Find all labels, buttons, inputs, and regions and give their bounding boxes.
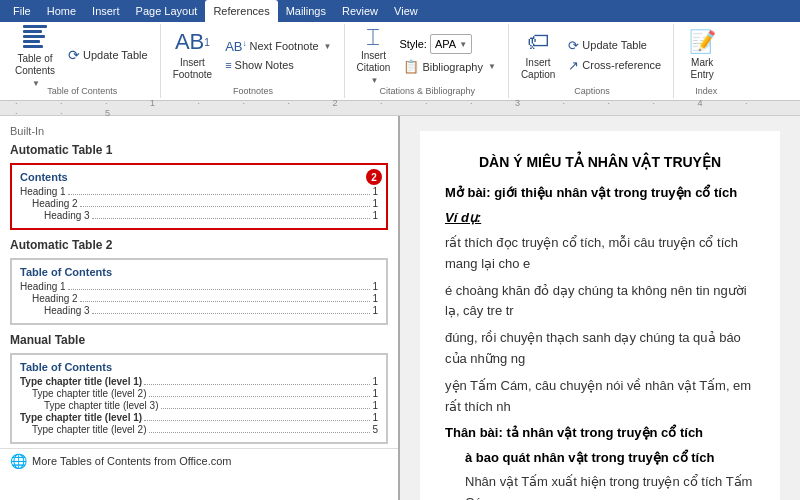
doc-section-5: yện Tấm Cám, câu chuyện nói về nhân vật …: [445, 376, 755, 418]
cross-ref-icon: ↗: [568, 58, 579, 73]
footnotes-btns-col: AB↓ Next Footnote ▼ ≡ Show Notes: [221, 26, 335, 84]
tab-review[interactable]: Review: [334, 0, 386, 22]
auto1-line-2: Heading 2 1: [20, 198, 378, 209]
selection-badge: 2: [366, 169, 382, 185]
insert-caption-icon: 🏷: [524, 29, 552, 55]
style-selector[interactable]: APA ▼: [430, 34, 472, 54]
auto1-line-3-num: 1: [372, 210, 378, 221]
doc-content: DÀN Ý MIÊU TẢ NHÂN VẬT TRUYỆN Mở bài: gi…: [420, 131, 780, 500]
mark-entry-label: Mark Entry: [691, 57, 714, 81]
auto1-line-3: Heading 3 1: [20, 210, 378, 221]
style-value: APA: [435, 38, 456, 50]
manual-dots-5: [149, 432, 371, 433]
manual-line-1: Type chapter title (level 1) 1: [20, 376, 378, 387]
tab-view[interactable]: View: [386, 0, 426, 22]
manual-dots-1: [144, 384, 370, 385]
footnotes-group: AB1 Insert Footnote AB↓ Next Footnote ▼ …: [163, 24, 345, 98]
tab-insert[interactable]: Insert: [84, 0, 128, 22]
manual-line-2-label: Type chapter title (level 2): [32, 388, 147, 399]
doc-section-2: rất thích đọc truyện cổ tích, mỗi câu tr…: [445, 233, 755, 275]
bibliography-icon: 📋: [403, 59, 419, 74]
auto1-line-2-num: 1: [372, 198, 378, 209]
manual-num-2: 1: [372, 388, 378, 399]
manual-dots-2: [149, 396, 371, 397]
show-notes-button[interactable]: ≡ Show Notes: [221, 57, 335, 73]
manual-num-4: 1: [372, 412, 378, 423]
style-row: Style: APA ▼: [399, 34, 499, 54]
table-of-contents-button[interactable]: Table of Contents ▼: [9, 26, 61, 84]
ribbon: File Home Insert Page Layout References …: [0, 0, 800, 100]
auto1-line-3-dots: [92, 218, 371, 219]
captions-btns-col: ⟳ Update Table ↗ Cross-reference: [564, 26, 665, 84]
manual-line-5: Type chapter title (level 2) 5: [20, 424, 378, 435]
manual-line-4-label: Type chapter title (level 1): [20, 412, 142, 423]
next-footnote-button[interactable]: AB↓ Next Footnote ▼: [221, 37, 335, 56]
mark-entry-button[interactable]: 📝 Mark Entry: [680, 26, 724, 84]
auto2-line-2-label: Heading 2: [32, 293, 78, 304]
manual-table-preview[interactable]: Table of Contents Type chapter title (le…: [10, 353, 388, 444]
captions-update-table-button[interactable]: ⟳ Update Table: [564, 36, 665, 55]
insert-citation-icon: ⌶: [359, 25, 387, 48]
update-table-button[interactable]: ⟳ Update Table: [64, 45, 152, 65]
manual-table-header: Manual Table: [0, 329, 398, 349]
auto2-line-1-label: Heading 1: [20, 281, 66, 292]
manual-line-3-label: Type chapter title (level 3): [44, 400, 159, 411]
show-notes-icon: ≡: [225, 59, 231, 71]
insert-citation-label: InsertCitation: [357, 50, 391, 74]
cross-ref-label: Cross-reference: [582, 59, 661, 71]
bibliography-arrow: ▼: [488, 62, 496, 71]
insert-footnote-icon: AB1: [178, 29, 206, 55]
auto2-line-1: Heading 1 1: [20, 281, 378, 292]
captions-update-label: Update Table: [582, 39, 647, 51]
mark-entry-icon: 📝: [688, 29, 716, 55]
insert-citation-button[interactable]: ⌶ InsertCitation ▼: [351, 26, 397, 84]
citation-dropdown-arrow: ▼: [370, 76, 378, 85]
doc-section-0: Mở bài: giới thiệu nhân vật trong truyện…: [445, 183, 755, 204]
auto2-line-3-label: Heading 3: [44, 305, 90, 316]
captions-update-icon: ⟳: [568, 38, 579, 53]
next-footnote-icon: AB↓: [225, 39, 246, 54]
manual-title: Table of Contents: [20, 361, 378, 373]
manual-num-3: 1: [372, 400, 378, 411]
auto2-line-2: Heading 2 1: [20, 293, 378, 304]
captions-group: 🏷 Insert Caption ⟳ Update Table ↗ Cross-…: [511, 24, 674, 98]
more-tables-button[interactable]: 🌐 More Tables of Contents from Office.co…: [0, 448, 398, 473]
manual-line-3: Type chapter title (level 3) 1: [20, 400, 378, 411]
toc-dropdown-panel: Built-In Automatic Table 1 2 Contents He…: [0, 116, 400, 500]
doc-section-4: đúng, rồi chuyện thạch sanh dạy chúng ta…: [445, 328, 755, 370]
auto2-num-2: 1: [372, 293, 378, 304]
manual-num-1: 1: [372, 376, 378, 387]
citations-btns-col: Style: APA ▼ 📋 Bibliography ▼: [399, 26, 499, 84]
doc-section-3: é choàng khăn đỏ dạy chúng ta không nên …: [445, 281, 755, 323]
toc-update-col: ⟳ Update Table: [64, 26, 152, 84]
auto2-dots-2: [80, 301, 371, 302]
citations-group-title: Citations & Bibliography: [347, 86, 508, 96]
manual-num-5: 5: [372, 424, 378, 435]
auto-table-2-preview[interactable]: Table of Contents Heading 1 1 Heading 2 …: [10, 258, 388, 325]
insert-caption-button[interactable]: 🏷 Insert Caption: [515, 26, 561, 84]
insert-footnote-button[interactable]: AB1 Insert Footnote: [167, 26, 218, 84]
tab-page-layout[interactable]: Page Layout: [128, 0, 206, 22]
insert-caption-label: Insert Caption: [521, 57, 555, 81]
doc-section-6: Thân bài: tả nhân vật trong truyện cổ tí…: [445, 423, 755, 444]
toc-icon: [21, 23, 49, 51]
ruler: · · · 1 · · · 2 · · · 3 · · · 4 · · · 5: [0, 100, 800, 116]
cross-reference-button[interactable]: ↗ Cross-reference: [564, 56, 665, 75]
bibliography-button[interactable]: 📋 Bibliography ▼: [399, 57, 499, 76]
auto1-line-2-dots: [80, 206, 371, 207]
doc-section-1: Ví dụ:: [445, 208, 755, 229]
document-panel: DÀN Ý MIÊU TẢ NHÂN VẬT TRUYỆN Mở bài: gi…: [400, 116, 800, 500]
manual-dots-4: [144, 420, 370, 421]
auto-table-1-header: Automatic Table 1: [0, 139, 398, 159]
tab-home[interactable]: Home: [39, 0, 84, 22]
doc-section-8: Nhân vật Tấm xuất hiện trong truyện cổ t…: [445, 472, 755, 500]
auto1-title: Contents: [20, 171, 378, 183]
auto-table-1-preview[interactable]: 2 Contents Heading 1 1 Heading 2 1 Headi…: [10, 163, 388, 230]
tab-references[interactable]: References: [205, 0, 277, 22]
auto1-line-2-label: Heading 2: [32, 198, 78, 209]
auto1-line-1-label: Heading 1: [20, 186, 66, 197]
footnotes-group-title: Footnotes: [163, 86, 344, 96]
citations-group: ⌶ InsertCitation ▼ Style: APA ▼ 📋 Bibl: [347, 24, 509, 98]
tab-mailings[interactable]: Mailings: [278, 0, 334, 22]
tab-file[interactable]: File: [5, 0, 39, 22]
